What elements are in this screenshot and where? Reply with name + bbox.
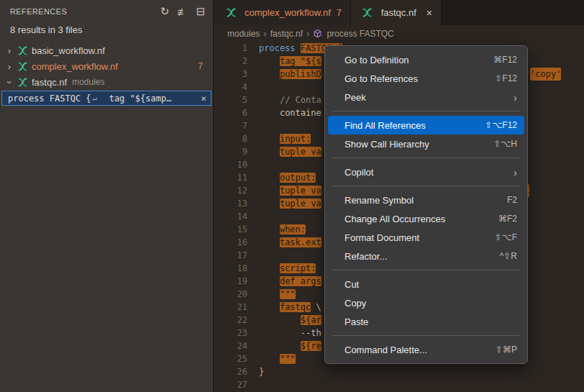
menu-shortcut: ^⇧R bbox=[500, 251, 517, 261]
code-segment bbox=[259, 237, 280, 247]
line-number: 19 bbox=[214, 275, 247, 288]
menu-separator bbox=[332, 186, 520, 186]
code-text: when: bbox=[247, 223, 306, 236]
menu-item-go-to-definition[interactable]: Go to Definition⌘F12 bbox=[328, 50, 524, 69]
results-count-badge: 7 bbox=[198, 61, 203, 71]
line-number: 6 bbox=[214, 106, 247, 119]
line-number: 9 bbox=[214, 145, 247, 158]
code-segment bbox=[259, 328, 301, 338]
line-number: 23 bbox=[214, 327, 247, 339]
line-number: 3 bbox=[214, 68, 247, 81]
breadcrumb-item-fastqc-nf[interactable]: fastqc.nf bbox=[270, 29, 303, 39]
menu-item-find-all-references[interactable]: Find All References⇧⌥F12 bbox=[328, 116, 524, 135]
line-number: 8 bbox=[214, 132, 247, 145]
menu-shortcut: ⇧⌥F bbox=[495, 232, 517, 242]
refresh-icon[interactable]: ↻ bbox=[157, 4, 173, 19]
breadcrumb[interactable]: modules›fastqc.nf›process FASTQC bbox=[214, 25, 584, 42]
menu-item-label: Rename Symbol bbox=[345, 195, 507, 206]
code-segment bbox=[259, 341, 301, 351]
menu-item-label: Paste bbox=[345, 316, 517, 327]
menu-item-label: Cut bbox=[345, 279, 517, 290]
tab-badge: 7 bbox=[337, 8, 342, 18]
code-segment: --th bbox=[301, 328, 321, 338]
line-number: 10 bbox=[214, 158, 247, 171]
references-toolbar: ↻≢⊟ bbox=[157, 4, 209, 19]
code-text: containe bbox=[247, 106, 321, 119]
menu-item-rename-symbol[interactable]: Rename SymbolF2 bbox=[328, 191, 524, 209]
file-list: ›basic_workflow.nf›complex_workflow.nf7›… bbox=[0, 42, 213, 106]
code-segment bbox=[259, 199, 280, 209]
line-number: 16 bbox=[214, 236, 247, 249]
line-number: 15 bbox=[214, 223, 247, 236]
code-text: ${ar bbox=[247, 314, 321, 327]
menu-item-paste[interactable]: Paste bbox=[328, 312, 524, 331]
menu-item-format-document[interactable]: Format Document⇧⌥F bbox=[328, 228, 524, 247]
line-number: 11 bbox=[214, 171, 247, 184]
code-segment bbox=[259, 186, 280, 196]
breadcrumb-item-process-fastqc[interactable]: process FASTQC bbox=[327, 29, 393, 39]
chevron-right-icon: › bbox=[306, 28, 309, 39]
line-number: 2 bbox=[214, 55, 247, 68]
line-number: 27 bbox=[214, 378, 247, 391]
code-text: tag "${s bbox=[247, 55, 321, 68]
code-segment bbox=[259, 315, 301, 325]
vscode-window: REFERENCES ↻≢⊟ 8 results in 3 files ›bas… bbox=[0, 0, 584, 392]
menu-item-show-call-hierarchy[interactable]: Show Call Hierarchy⇧⌥H bbox=[328, 135, 524, 153]
reference-text: tag "${samp… bbox=[99, 94, 171, 104]
nextflow-icon bbox=[362, 7, 373, 19]
code-segment bbox=[259, 224, 280, 234]
menu-item-label: Show Call Hierarchy bbox=[345, 139, 493, 150]
menu-item-change-all-occurrences[interactable]: Change All Occurrences⌘F2 bbox=[328, 209, 524, 228]
file-name: fastqc.nf bbox=[32, 77, 67, 88]
menu-item-command-palette[interactable]: Command Palette...⇧⌘P bbox=[328, 340, 524, 359]
nextflow-icon bbox=[225, 7, 237, 19]
close-icon[interactable]: × bbox=[426, 7, 432, 19]
menu-item-peek[interactable]: Peek› bbox=[328, 88, 524, 106]
reference-result[interactable]: process FASTQC {↵ tag "${samp…× bbox=[1, 91, 211, 106]
symbol-icon bbox=[313, 29, 322, 38]
tab-label: fastqc.nf bbox=[381, 7, 416, 18]
nextflow-icon bbox=[17, 60, 28, 72]
file-row-fastqc-nf[interactable]: ›fastqc.nfmodules bbox=[0, 74, 213, 90]
code-segment: when: bbox=[280, 224, 306, 234]
menu-item-cut[interactable]: Cut bbox=[328, 275, 524, 293]
return-glyph: ↵ bbox=[93, 94, 98, 103]
code-segment: } bbox=[259, 367, 264, 377]
code-segment bbox=[259, 289, 280, 299]
collapse-all-icon[interactable]: ⊟ bbox=[193, 4, 209, 19]
chevron-icon[interactable]: › bbox=[4, 77, 15, 87]
tab-fastqc-nf[interactable]: fastqc.nf× bbox=[351, 0, 442, 25]
breadcrumb-item-modules[interactable]: modules bbox=[227, 29, 260, 39]
code-text: tuple va bbox=[247, 197, 321, 210]
menu-item-label: Go to References bbox=[345, 73, 495, 84]
code-segment: containe bbox=[280, 108, 321, 118]
chevron-icon[interactable]: › bbox=[4, 45, 14, 56]
code-segment: def args bbox=[280, 276, 321, 286]
menu-item-copilot[interactable]: Copilot› bbox=[328, 163, 524, 181]
chevron-icon[interactable]: › bbox=[4, 61, 14, 72]
code-segment: task.ext bbox=[280, 237, 321, 247]
code-text bbox=[247, 158, 259, 171]
tab-complex-workflow-nf[interactable]: complex_workflow.nf7 bbox=[214, 0, 351, 25]
code-segment bbox=[259, 56, 280, 66]
code-text: task.ext bbox=[247, 236, 321, 249]
line-number: 1 bbox=[214, 42, 247, 55]
code-text: ${re bbox=[247, 339, 321, 352]
menu-item-refactor[interactable]: Refactor...^⇧R bbox=[328, 247, 524, 265]
code-segment bbox=[259, 276, 280, 286]
menu-item-copy[interactable]: Copy bbox=[328, 293, 524, 312]
code-text: """ bbox=[247, 352, 296, 365]
close-icon[interactable]: × bbox=[196, 93, 206, 104]
line-number: 18 bbox=[214, 262, 247, 275]
line-number: 20 bbox=[214, 288, 247, 301]
code-segment bbox=[259, 302, 280, 312]
clear-all-icon[interactable]: ≢ bbox=[175, 4, 191, 19]
menu-item-go-to-references[interactable]: Go to References⇧F12 bbox=[328, 69, 524, 88]
file-row-basic-workflow-nf[interactable]: ›basic_workflow.nf bbox=[0, 42, 213, 58]
file-row-complex-workflow-nf[interactable]: ›complex_workflow.nf7 bbox=[0, 58, 213, 74]
code-segment bbox=[259, 69, 280, 79]
line-number: 13 bbox=[214, 197, 247, 210]
code-text: """ bbox=[247, 288, 296, 301]
code-segment: fastqc bbox=[280, 302, 311, 312]
code-segment: tuple va bbox=[280, 199, 321, 209]
